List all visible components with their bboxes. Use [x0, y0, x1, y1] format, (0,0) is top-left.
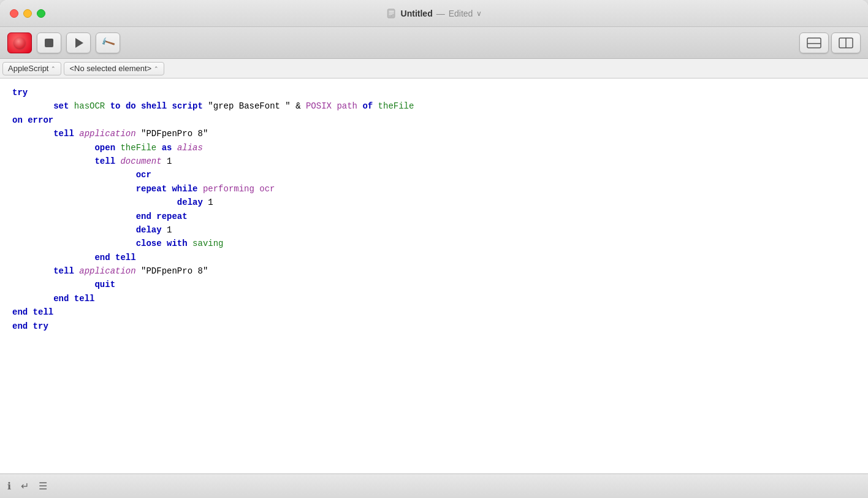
- code-line-17: end tell: [12, 292, 856, 305]
- dropdown-bar: AppleScript ⌃ <No selected element> ⌃: [0, 59, 868, 79]
- code-line-18: end tell: [12, 305, 856, 319]
- title-chevron-icon[interactable]: ∨: [476, 9, 482, 18]
- code-line-9: repeat while performing ocr: [12, 182, 856, 196]
- title-bar: Untitled — Edited ∨: [0, 0, 868, 27]
- record-button[interactable]: [7, 33, 32, 53]
- info-icon[interactable]: ℹ: [7, 480, 11, 492]
- view-controls: [799, 33, 861, 53]
- code-line-14: end tell: [12, 251, 856, 264]
- language-chevron-icon: ⌃: [51, 66, 56, 72]
- toolbar: 🔨: [0, 27, 868, 59]
- code-editor[interactable]: try set hasOCR to do shell script "grep …: [0, 79, 868, 473]
- code-line-15: tell application "PDFpenPro 8": [12, 264, 856, 278]
- code-line-13: close with saving: [12, 237, 856, 250]
- code-line-12: delay 1: [12, 223, 856, 237]
- code-line-3: on error: [12, 113, 856, 127]
- code-line-10: delay 1: [12, 196, 856, 209]
- split-vertical-button[interactable]: [831, 33, 861, 53]
- play-button[interactable]: [66, 33, 91, 53]
- maximize-button[interactable]: [37, 9, 45, 18]
- list-icon[interactable]: ☰: [39, 480, 47, 492]
- stop-button[interactable]: [37, 33, 61, 53]
- element-chevron-icon: ⌃: [154, 66, 159, 72]
- script-icon: [386, 8, 397, 19]
- record-icon: [14, 37, 25, 48]
- code-line-8: ocr: [12, 168, 856, 182]
- code-line-6: open theFile as alias: [12, 141, 856, 155]
- split-horizontal-icon: [807, 37, 821, 48]
- main-window: Untitled — Edited ∨ 🔨: [0, 0, 868, 498]
- title-center: Untitled — Edited ∨: [386, 8, 482, 19]
- split-vertical-icon: [839, 37, 853, 48]
- play-icon: [75, 38, 83, 48]
- code-line-19: end try: [12, 320, 856, 333]
- status-bar: ℹ ↵ ☰: [0, 473, 868, 498]
- close-button[interactable]: [10, 9, 18, 18]
- element-dropdown[interactable]: <No selected element> ⌃: [64, 62, 164, 75]
- code-line-7: tell document 1: [12, 155, 856, 168]
- element-label: <No selected element>: [69, 64, 151, 73]
- edited-label: Edited: [449, 9, 473, 18]
- traffic-lights: [10, 9, 45, 18]
- window-title: Untitled: [401, 9, 433, 18]
- language-label: AppleScript: [8, 64, 48, 73]
- title-separator: —: [436, 9, 445, 18]
- code-line-2: set hasOCR to do shell script "grep Base…: [12, 99, 856, 113]
- hammer-icon: 🔨: [100, 34, 116, 50]
- minimize-button[interactable]: [23, 9, 32, 18]
- code-line-5: tell application "PDFpenPro 8": [12, 127, 856, 140]
- code-line-16: quit: [12, 278, 856, 291]
- svg-rect-1: [807, 38, 821, 48]
- code-line-1: try: [12, 86, 856, 99]
- language-dropdown[interactable]: AppleScript ⌃: [2, 62, 61, 75]
- build-button[interactable]: 🔨: [96, 33, 120, 53]
- stop-icon: [45, 39, 53, 47]
- split-view-button[interactable]: [799, 33, 829, 53]
- return-icon[interactable]: ↵: [21, 480, 29, 492]
- code-line-11: end repeat: [12, 210, 856, 223]
